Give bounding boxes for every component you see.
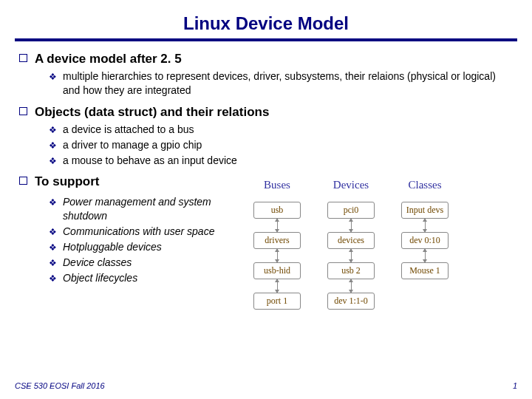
diamond-bullet-icon: ❖ [49, 140, 57, 151]
list-item-text: multiple hierarchies to represent device… [63, 69, 513, 98]
diagram-node: dev 0:10 [401, 232, 449, 249]
title-rule [15, 38, 517, 41]
diamond-bullet-icon: ❖ [49, 257, 57, 269]
diamond-bullet-icon: ❖ [49, 197, 57, 208]
list-item-text: a device is attached to a bus [63, 123, 194, 137]
list-item: ❖ Object lifecycles [49, 271, 237, 285]
section-items: ❖ multiple hierarchies to represent devi… [49, 69, 513, 98]
list-item: ❖ a mouse to behave as an input device [49, 154, 513, 168]
list-item: ❖ a device is attached to a bus [49, 123, 513, 137]
diagram-node: port 1 [253, 293, 301, 310]
list-item-text: a mouse to behave as an input device [63, 154, 237, 168]
list-item-text: a driver to manage a gpio chip [63, 138, 202, 152]
column-header: Devices [318, 179, 384, 191]
list-item: ❖ multiple hierarchies to represent devi… [49, 69, 513, 98]
slide-title: Linux Device Model [0, 0, 532, 38]
arrow-icon [351, 279, 352, 293]
section-items: ❖ a device is attached to a bus ❖ a driv… [49, 123, 513, 168]
diamond-bullet-icon: ❖ [49, 226, 57, 238]
diagram-node: drivers [253, 232, 301, 249]
arrow-icon [277, 249, 278, 262]
section-heading-text: A device model after 2. 5 [35, 52, 182, 66]
footer-left: CSE 530 EOSI Fall 2016 [15, 381, 105, 390]
arrow-icon [425, 249, 426, 262]
footer-page-number: 1 [513, 381, 517, 390]
section-heading-text: To support [35, 174, 100, 189]
diamond-bullet-icon: ❖ [49, 71, 57, 83]
diamond-bullet-icon: ❖ [49, 273, 57, 284]
list-item-text: Power management and system shutdown [63, 195, 237, 223]
hierarchy-diagram: Buses usb drivers usb-hid port 1 Devices… [244, 179, 525, 356]
list-item: ❖ Power management and system shutdown [49, 195, 237, 223]
diagram-node: pci0 [327, 202, 375, 219]
diagram-column: Classes Input devs dev 0:10 Mouse 1 [392, 179, 458, 279]
arrow-icon [277, 279, 278, 293]
diagram-node: usb [253, 202, 301, 219]
section-heading-text: Objects (data struct) and their relation… [35, 105, 269, 120]
slide-footer: CSE 530 EOSI Fall 2016 1 [15, 381, 517, 390]
list-item-text: Communications with user space [63, 225, 214, 239]
column-header: Classes [392, 179, 458, 191]
diagram-column: Devices pci0 devices usb 2 dev 1:1-0 [318, 179, 384, 310]
list-item-text: Hotpluggable devices [63, 240, 162, 254]
arrow-icon [277, 219, 278, 232]
diagram-node: devices [327, 232, 375, 249]
column-header: Buses [244, 179, 310, 191]
section-heading: A device model after 2. 5 [19, 52, 513, 66]
section-heading: Objects (data struct) and their relation… [19, 105, 513, 120]
section-items: ❖ Power management and system shutdown ❖… [49, 195, 237, 284]
diagram-column: Buses usb drivers usb-hid port 1 [244, 179, 310, 310]
list-item: ❖ a driver to manage a gpio chip [49, 138, 513, 152]
list-item-text: Object lifecycles [63, 271, 137, 285]
square-bullet-icon [19, 107, 27, 115]
list-item: ❖ Communications with user space [49, 225, 237, 239]
list-item-text: Device classes [63, 256, 132, 270]
diamond-bullet-icon: ❖ [49, 124, 57, 136]
diagram-node: usb-hid [253, 262, 301, 279]
square-bullet-icon [19, 177, 27, 185]
diagram-node: dev 1:1-0 [327, 293, 375, 310]
list-item: ❖ Device classes [49, 256, 237, 270]
arrow-icon [351, 249, 352, 262]
list-item: ❖ Hotpluggable devices [49, 240, 237, 254]
diagram-node: usb 2 [327, 262, 375, 279]
diamond-bullet-icon: ❖ [49, 155, 57, 167]
diamond-bullet-icon: ❖ [49, 242, 57, 253]
arrow-icon [351, 219, 352, 232]
arrow-icon [425, 219, 426, 232]
diagram-node: Input devs [401, 202, 449, 219]
diagram-node: Mouse 1 [401, 262, 449, 279]
square-bullet-icon [19, 54, 27, 62]
